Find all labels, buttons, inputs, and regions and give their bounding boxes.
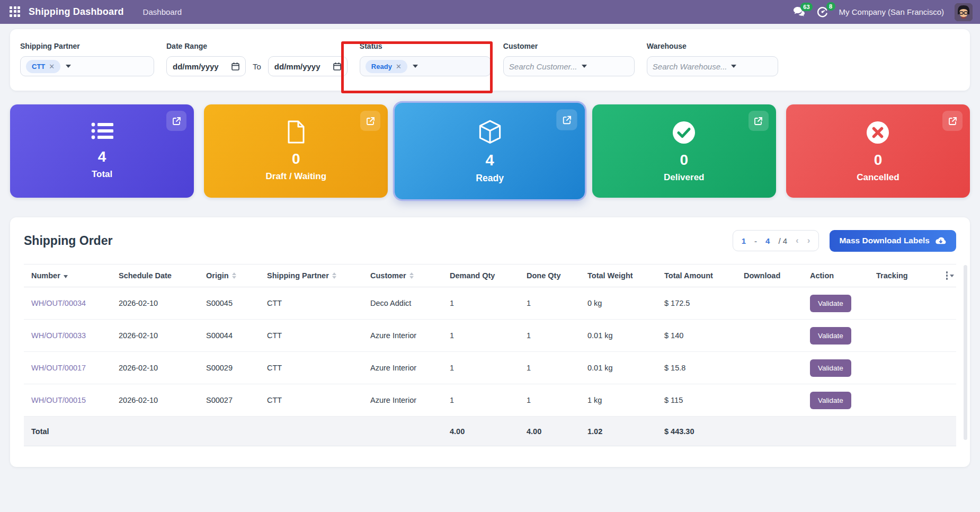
customer-search-input[interactable]: Search Customer... <box>503 56 635 76</box>
cell-origin: S00029 <box>199 364 260 372</box>
apps-grid-icon[interactable] <box>10 6 21 18</box>
open-draft-button[interactable] <box>360 111 380 131</box>
card-cancelled[interactable]: 0 Cancelled <box>786 104 970 198</box>
card-ready-label: Ready <box>476 173 504 184</box>
column-label: Total Weight <box>587 271 633 280</box>
card-delivered[interactable]: 0 Delivered <box>592 104 776 198</box>
column-label: Tracking <box>876 271 908 280</box>
optional-columns-icon[interactable] <box>946 271 955 280</box>
column-label: Done Qty <box>527 271 560 280</box>
validate-button[interactable]: Validate <box>810 359 851 377</box>
card-ready[interactable]: 4 Ready <box>395 103 585 199</box>
cell-customer: Azure Interior <box>363 364 442 372</box>
date-to-input[interactable]: dd/mm/yyyy <box>268 56 348 76</box>
column-header-origin[interactable]: Origin <box>199 271 260 280</box>
open-cancelled-button[interactable] <box>942 111 963 131</box>
validate-button[interactable]: Validate <box>810 295 851 312</box>
filter-shipping-partner: Shipping Partner CTT ✕ <box>20 42 154 91</box>
column-header-partner[interactable]: Shipping Partner <box>260 271 363 280</box>
cell-total_amount: $ 115 <box>657 396 736 404</box>
app-title: Shipping Dashboard <box>29 6 124 17</box>
table-row: WH/OUT/000152026-02-10S00027CTTAzure Int… <box>24 384 956 417</box>
warehouse-placeholder: Search Warehouse... <box>653 62 727 71</box>
external-link-icon <box>948 116 958 126</box>
remove-partner-tag-icon[interactable]: ✕ <box>49 63 55 70</box>
cell-number[interactable]: WH/OUT/00015 <box>24 396 111 404</box>
warehouse-label: Warehouse <box>647 42 778 50</box>
table-body: WH/OUT/000342026-02-10S00045CTTDeco Addi… <box>24 287 956 417</box>
column-header-total_weight[interactable]: Total Weight <box>580 271 657 280</box>
cell-done_qty: 1 <box>519 331 580 340</box>
table-scrollbar[interactable] <box>964 265 967 440</box>
nav-menu-dashboard[interactable]: Dashboard <box>138 1 187 23</box>
column-label: Demand Qty <box>450 271 495 280</box>
pagination-dash: - <box>754 236 757 245</box>
cell-total_weight: 0.01 kg <box>580 364 657 372</box>
cell-origin: S00044 <box>199 331 260 340</box>
column-label: Action <box>810 271 834 280</box>
calendar-icon <box>231 62 239 70</box>
column-header-tracking[interactable]: Tracking <box>869 271 932 280</box>
column-header-action[interactable]: Action <box>803 271 869 280</box>
remove-status-tag-icon[interactable]: ✕ <box>396 63 402 70</box>
mass-download-labels-button[interactable]: Mass Download Labels <box>830 230 956 252</box>
column-header-done_qty[interactable]: Done Qty <box>519 271 580 280</box>
pagination: 1 - 4 / 4 ‹ › <box>733 230 819 251</box>
sort-updown-icon <box>409 272 414 279</box>
cell-total_weight: 1 kg <box>580 396 657 404</box>
column-header-download[interactable]: Download <box>736 271 803 280</box>
shipping-partner-select[interactable]: CTT ✕ <box>20 56 154 76</box>
total-total_weight: 1.02 <box>580 427 657 436</box>
page-title: Shipping Order <box>24 234 112 248</box>
cell-total_amount: $ 172.5 <box>657 299 736 307</box>
partner-tag-label: CTT <box>32 63 45 70</box>
card-cancelled-label: Cancelled <box>857 172 899 183</box>
card-draft-label: Draft / Waiting <box>266 171 327 182</box>
total-demand_qty: 4.00 <box>442 427 519 436</box>
pagination-next-icon[interactable]: › <box>807 235 810 246</box>
column-header-demand_qty[interactable]: Demand Qty <box>442 271 519 280</box>
cell-number[interactable]: WH/OUT/00033 <box>24 331 111 340</box>
document-icon <box>287 120 306 144</box>
open-total-button[interactable] <box>166 111 186 131</box>
column-header-total_amount[interactable]: Total Amount <box>657 271 736 280</box>
date-range-label: Date Range <box>166 42 348 50</box>
card-ready-value: 4 <box>486 152 494 169</box>
activities-button[interactable]: 8 <box>816 6 828 18</box>
external-link-icon <box>366 116 376 126</box>
customer-placeholder: Search Customer... <box>509 62 577 71</box>
cell-partner: CTT <box>260 331 363 340</box>
chevron-down-icon <box>731 65 736 68</box>
validate-button[interactable]: Validate <box>810 392 851 409</box>
messages-button[interactable]: 63 <box>793 6 806 18</box>
card-total[interactable]: 4 Total <box>10 104 194 198</box>
pagination-first[interactable]: 1 <box>742 236 746 245</box>
cell-partner: CTT <box>260 396 363 404</box>
sort-desc-icon <box>64 275 68 278</box>
status-select[interactable]: Ready ✕ <box>360 56 491 76</box>
cell-number[interactable]: WH/OUT/00034 <box>24 299 111 307</box>
column-header-schedule_date[interactable]: Schedule Date <box>111 271 199 280</box>
cell-done_qty: 1 <box>519 364 580 372</box>
user-avatar[interactable] <box>955 3 973 21</box>
cell-total_amount: $ 15.8 <box>657 364 736 372</box>
cell-action: Validate <box>803 359 869 377</box>
open-delivered-button[interactable] <box>749 111 769 131</box>
card-draft-waiting[interactable]: 0 Draft / Waiting <box>204 104 388 198</box>
validate-button[interactable]: Validate <box>810 327 851 345</box>
chevron-down-icon <box>66 65 71 68</box>
stat-cards-row: 4 Total 0 Draft / Waiting 4 Ready <box>10 104 970 198</box>
table-total-row: Total4.004.001.02$ 443.30 <box>24 417 956 446</box>
company-switcher[interactable]: My Company (San Francisco) <box>839 7 944 16</box>
cell-done_qty: 1 <box>519 299 580 307</box>
cell-customer: Azure Interior <box>363 331 442 340</box>
column-header-customer[interactable]: Customer <box>363 271 442 280</box>
pagination-last[interactable]: 4 <box>765 236 770 245</box>
column-header-number[interactable]: Number <box>24 271 111 280</box>
warehouse-search-input[interactable]: Search Warehouse... <box>647 56 778 76</box>
date-from-input[interactable]: dd/mm/yyyy <box>166 56 246 76</box>
open-ready-button[interactable] <box>557 109 577 130</box>
pagination-prev-icon[interactable]: ‹ <box>796 235 799 246</box>
cell-number[interactable]: WH/OUT/00017 <box>24 364 111 372</box>
column-label: Origin <box>206 271 229 280</box>
